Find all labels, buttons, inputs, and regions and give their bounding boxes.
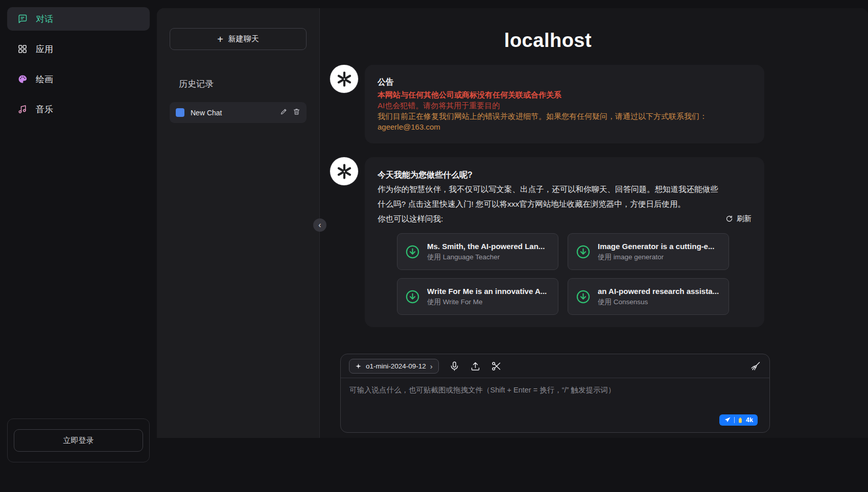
- announcement-heading: 公告: [378, 76, 752, 88]
- music-icon: [17, 104, 28, 115]
- new-chat-button[interactable]: + 新建聊天: [170, 28, 307, 50]
- welcome-card: 今天我能为您做些什么呢? 作为你的智慧伙伴，我不仅可以写文案、出点子，还可以和你…: [365, 157, 764, 327]
- model-label: o1-mini-2024-09-12: [366, 362, 426, 370]
- suggestion-text: Ms. Smith, the AI-powered Lan... 使用 Lang…: [427, 241, 545, 262]
- chevron-left-icon: ‹: [318, 221, 321, 229]
- assistant-avatar: [330, 157, 358, 185]
- chat-item-actions: [280, 108, 300, 117]
- refresh-button[interactable]: 刷新: [725, 214, 752, 224]
- sidebar-item-music[interactable]: 音乐: [7, 97, 150, 121]
- chat-list-panel: + 新建聊天 历史记录 New Chat: [157, 8, 319, 438]
- main-panel: ‹ localhost: [319, 8, 868, 438]
- download-circle-icon: [405, 244, 420, 260]
- composer: o1-mini-2024-09-12 ›: [340, 354, 770, 433]
- battery-icon: [738, 417, 743, 424]
- microphone-icon: [449, 361, 460, 372]
- palette-icon: [17, 73, 28, 85]
- suggestion-subtitle: 使用 Consensus: [598, 297, 719, 307]
- announcement-card: 公告 本网站与任何其他公司或商标没有任何关联或合作关系 AI也会犯错。请勿将其用…: [365, 65, 764, 143]
- sparkle-icon: [355, 363, 362, 370]
- chevron-right-icon: ›: [430, 362, 433, 371]
- chat-icon: [17, 13, 28, 24]
- suggestion-subtitle: 使用 Language Teacher: [427, 252, 545, 262]
- refresh-icon: [725, 215, 733, 223]
- login-panel: 立即登录: [7, 419, 150, 462]
- suggestion-card[interactable]: an AI-powered research assista... 使用 Con…: [568, 278, 729, 315]
- download-circle-icon: [575, 289, 591, 305]
- sidebar-item-label: 对话: [36, 13, 53, 25]
- app-root: 对话 应用 绘画: [0, 0, 868, 492]
- ask-line: 你也可以这样问我:: [378, 211, 443, 226]
- message-list: 公告 本网站与任何其他公司或商标没有任何关联或合作关系 AI也会犯错。请勿将其用…: [320, 65, 868, 349]
- suggestion-card[interactable]: Ms. Smith, the AI-powered Lan... 使用 Lang…: [397, 233, 558, 270]
- broom-icon: [750, 361, 761, 372]
- sidebar-item-chat[interactable]: 对话: [7, 7, 150, 31]
- apps-icon: [17, 43, 28, 55]
- delete-icon[interactable]: [293, 108, 300, 117]
- badge-divider: [734, 417, 735, 423]
- suggestion-grid: Ms. Smith, the AI-powered Lan... 使用 Lang…: [397, 233, 729, 315]
- chat-item-title: New Chat: [191, 109, 274, 117]
- chat-item-avatar: [176, 108, 184, 117]
- ask-row: 你也可以这样问我: 刷新: [378, 211, 752, 226]
- upload-button[interactable]: [470, 361, 481, 372]
- scissors-button[interactable]: [491, 361, 502, 372]
- sidebar-item-label: 绘画: [36, 73, 53, 85]
- clear-context-button[interactable]: [750, 361, 761, 372]
- plus-icon: +: [217, 34, 223, 44]
- suggestion-subtitle: 使用 Write For Me: [427, 297, 547, 307]
- chat-list-item[interactable]: New Chat: [170, 102, 307, 123]
- page-title: localhost: [330, 30, 766, 52]
- download-circle-icon: [405, 289, 420, 305]
- sidebar: 对话 应用 绘画: [0, 0, 157, 492]
- sidebar-item-label: 应用: [36, 43, 53, 55]
- message-input[interactable]: [341, 378, 769, 432]
- refresh-label: 刷新: [737, 214, 752, 224]
- suggestion-text: Write For Me is an innovative A... 使用 Wr…: [427, 286, 547, 307]
- announcement-line: 本网站与任何其他公司或商标没有任何关联或合作关系: [378, 89, 752, 100]
- announcement-line: 我们目前正在修复我们网站上的错误并改进细节。如果您有任何疑问，请通过以下方式联系…: [378, 111, 752, 121]
- message-row: 今天我能为您做些什么呢? 作为你的智慧伙伴，我不仅可以写文案、出点子，还可以和你…: [330, 157, 764, 327]
- upload-icon: [470, 361, 481, 372]
- suggestion-card[interactable]: Write For Me is an innovative A... 使用 Wr…: [397, 278, 558, 315]
- collapse-sidebar-button[interactable]: ‹: [313, 218, 326, 232]
- suggestion-title: an AI-powered research assista...: [598, 286, 719, 297]
- token-count: 4k: [746, 416, 753, 424]
- suggestion-card[interactable]: Image Generator is a cutting-e... 使用 ima…: [568, 233, 729, 270]
- sidebar-item-label: 音乐: [36, 104, 53, 115]
- composer-toolbar: o1-mini-2024-09-12 ›: [341, 354, 769, 378]
- suggestion-title: Write For Me is an innovative A...: [427, 286, 547, 297]
- openai-logo-icon: [335, 70, 354, 88]
- edit-icon[interactable]: [280, 108, 288, 117]
- assistant-avatar: [330, 65, 358, 93]
- history-title: 历史记录: [179, 78, 307, 90]
- scissors-icon: [491, 361, 502, 372]
- message-row: 公告 本网站与任何其他公司或商标没有任何关联或合作关系 AI也会犯错。请勿将其用…: [330, 65, 764, 143]
- suggestion-text: an AI-powered research assista... 使用 Con…: [598, 286, 719, 307]
- login-button[interactable]: 立即登录: [14, 429, 143, 452]
- sidebar-item-drawing[interactable]: 绘画: [7, 67, 150, 91]
- welcome-body: 作为你的智慧伙伴，我不仅可以写文案、出点子，还可以和你聊天、回答问题。想知道我还…: [378, 182, 725, 211]
- suggestion-title: Image Generator is a cutting-e...: [598, 241, 714, 252]
- openai-logo-icon: [335, 162, 354, 181]
- sidebar-item-apps[interactable]: 应用: [7, 37, 150, 61]
- send-token-badge[interactable]: 4k: [719, 414, 758, 426]
- announcement-line: AI也会犯错。请勿将其用于重要目的: [378, 100, 752, 111]
- model-selector[interactable]: o1-mini-2024-09-12 ›: [349, 359, 439, 374]
- contact-email-link[interactable]: ageerle@163.com: [378, 121, 440, 132]
- download-circle-icon: [575, 244, 591, 260]
- chat-window: + 新建聊天 历史记录 New Chat: [157, 8, 868, 438]
- welcome-heading: 今天我能为您做些什么呢?: [378, 168, 752, 182]
- suggestion-title: Ms. Smith, the AI-powered Lan...: [427, 241, 545, 252]
- suggestion-subtitle: 使用 image generator: [598, 252, 714, 262]
- new-chat-label: 新建聊天: [228, 34, 259, 44]
- microphone-button[interactable]: [449, 361, 460, 372]
- suggestion-text: Image Generator is a cutting-e... 使用 ima…: [598, 241, 714, 262]
- send-plane-icon: [724, 416, 731, 424]
